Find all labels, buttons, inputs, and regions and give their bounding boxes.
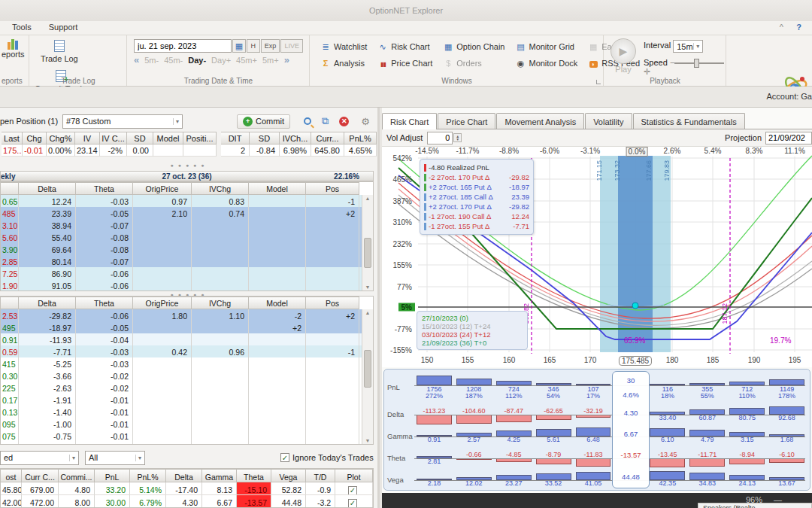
scrollbar[interactable]: ▲▼ xyxy=(362,309,373,444)
trading-date-input[interactable] xyxy=(134,39,232,53)
trade-row[interactable]: 45.80 679.00 4.80 33.20 5.14% -17.40 8.1… xyxy=(1,482,373,495)
position-legend[interactable]: -4.80 Realized PnL -2 27oct. 170 Put Δ -… xyxy=(420,159,534,235)
option-row[interactable]: 095 -1.00 -0.01 xyxy=(1,418,373,430)
option-row[interactable]: 7.25 86.90 -0.06 xyxy=(1,267,373,279)
option-row[interactable]: 0.65 12.24 -0.03 0.97 0.83 -1 xyxy=(1,195,373,207)
tab[interactable]: Movement Analysis xyxy=(496,113,584,129)
window-toggle-button[interactable]: Analysis xyxy=(317,55,371,71)
column-header[interactable]: T/D xyxy=(306,469,335,482)
window-toggle-button[interactable]: Risk Chart xyxy=(374,38,436,55)
option-row[interactable]: 485 23.39 -0.05 2.10 0.74 +2 xyxy=(1,207,373,219)
window-toggle-button[interactable]: Monitor Dock xyxy=(511,55,581,71)
column-header[interactable]: Delta xyxy=(19,297,76,309)
windows-dialog-launcher-icon[interactable] xyxy=(596,80,601,84)
column-header[interactable]: IVChg xyxy=(192,182,249,195)
column-header[interactable]: Theta xyxy=(76,182,133,195)
column-header[interactable]: Commi... xyxy=(59,469,95,482)
window-toggle-button[interactable]: Option Chain xyxy=(439,38,508,55)
date-step-button[interactable]: Day- xyxy=(188,56,206,65)
option-row[interactable]: 225 -2.63 -0.02 xyxy=(1,382,373,394)
option-row[interactable]: 415 -5.25 -0.03 xyxy=(1,357,373,370)
interval-select[interactable]: 15m▾ xyxy=(673,40,703,53)
vol-adjust-spinner[interactable]: ▲▼ xyxy=(453,133,462,142)
window-toggle-button[interactable]: Watchlist xyxy=(317,38,371,55)
column-header[interactable]: Curr C... xyxy=(22,469,59,482)
column-header[interactable]: OrigPrice xyxy=(133,297,192,309)
date-step-button[interactable]: 45m+ xyxy=(236,56,257,65)
date-step-button[interactable]: 45m- xyxy=(164,56,183,65)
column-header[interactable]: Delta xyxy=(19,182,76,195)
option-row[interactable]: 1.90 91.05 -0.06 xyxy=(1,279,373,291)
option-row[interactable]: 2.85 80.14 -0.07 xyxy=(1,255,373,267)
date-step-button[interactable]: 5m+ xyxy=(262,56,279,65)
calendar-icon[interactable]: ▦ xyxy=(232,39,246,53)
window-toggle-button[interactable]: Monitor Grid xyxy=(511,38,581,55)
menu-support[interactable]: Support xyxy=(41,21,86,33)
tab[interactable]: Price Chart xyxy=(438,113,495,129)
history-button[interactable]: H xyxy=(247,39,260,53)
column-header[interactable]: ost xyxy=(1,469,22,482)
vol-adjust-input[interactable] xyxy=(427,132,453,144)
plot-checkbox-cell[interactable]: ✓ xyxy=(335,482,373,494)
splitter-handle[interactable]: ● ● ● ● ● xyxy=(0,163,376,168)
date-step-button[interactable]: Day+ xyxy=(211,56,231,65)
option-row[interactable]: 0.17 -1.91 -0.01 xyxy=(1,394,373,406)
plot-checkbox-cell[interactable]: ✓ xyxy=(335,495,373,507)
option-row[interactable]: 0.30 -3.66 -0.02 xyxy=(1,370,373,382)
option-row[interactable]: 075 -0.75 -0.01 xyxy=(1,430,373,442)
menu-tools[interactable]: Tools xyxy=(5,21,39,33)
option-row[interactable]: 0.13 -1.40 -0.01 xyxy=(1,406,373,418)
option-row[interactable]: 495 -18.97 -0.05 +2 xyxy=(1,321,373,333)
tab[interactable]: Volatility xyxy=(585,113,632,129)
column-header[interactable]: Pos xyxy=(306,182,359,195)
search-icon[interactable] xyxy=(304,117,311,125)
tab[interactable]: Statistics & Fundamentals xyxy=(633,113,745,129)
option-row[interactable]: 0.59 -7.71 -0.03 0.42 0.96 -1 xyxy=(1,345,373,357)
gear-icon[interactable]: ⚙ xyxy=(361,116,370,127)
window-toggle-button[interactable]: Orders xyxy=(439,55,508,71)
scrollbar[interactable]: ▲▼ xyxy=(362,195,373,291)
commit-button[interactable]: +Commit xyxy=(237,114,290,129)
group-filter-select[interactable]: All▾ xyxy=(85,451,145,465)
option-row[interactable]: 5.60 55.40 -0.08 xyxy=(1,231,373,243)
column-header[interactable]: PnL% xyxy=(130,469,166,482)
tab[interactable]: Risk Chart xyxy=(382,113,437,129)
expiry-header-bar[interactable]: ekly 27 oct. 23 (36) 22.16% xyxy=(0,171,374,181)
column-header[interactable]: Model xyxy=(249,182,306,195)
ignore-trades-checkbox[interactable]: ✓Ignore Today's Trades xyxy=(280,453,374,462)
column-header[interactable]: Plot xyxy=(335,469,373,482)
column-header[interactable] xyxy=(1,297,19,309)
speed-slider[interactable] xyxy=(674,62,724,64)
column-header[interactable]: IVChg xyxy=(192,297,249,309)
rewind-icon[interactable]: « xyxy=(134,54,139,65)
column-header[interactable]: Vega xyxy=(271,469,306,482)
window-titlebar[interactable]: OptionNET Explorer xyxy=(0,0,812,21)
option-row[interactable]: 0.91 -11.93 -0.04 xyxy=(1,333,373,345)
trade-row[interactable]: 42.00 472.00 8.00 30.00 6.79% 4.30 6.67 … xyxy=(1,495,373,508)
column-header[interactable] xyxy=(1,182,19,195)
trade-filter-select[interactable]: ed▾ xyxy=(0,451,79,465)
speed-slider-thumb[interactable] xyxy=(694,59,699,68)
option-row[interactable]: 2.53 -29.82 -0.06 1.80 1.10 -2 +2 xyxy=(1,309,373,321)
column-header[interactable]: PnL xyxy=(95,469,130,482)
trade-log-button[interactable]: Trade Log xyxy=(36,38,83,65)
column-header[interactable]: Gamma xyxy=(202,469,237,482)
column-header[interactable]: Theta xyxy=(237,469,271,482)
column-header[interactable]: Pos xyxy=(306,297,359,309)
export-icon[interactable]: ⧉ xyxy=(322,115,329,127)
column-header[interactable]: OrigPrice xyxy=(133,182,192,195)
column-header[interactable]: Delta xyxy=(166,469,202,482)
exp-button[interactable]: Exp xyxy=(261,39,280,53)
dates-legend[interactable]: 27/10/2023 (0)15/10/2023 (12) T+2403/10/… xyxy=(417,311,528,350)
column-header[interactable]: Model xyxy=(249,297,306,309)
position-select[interactable]: #78 Custom▾ xyxy=(62,114,183,129)
play-button[interactable]: ▶ xyxy=(611,38,636,64)
date-step-button[interactable]: 5m- xyxy=(144,56,159,65)
live-button[interactable]: LIVE xyxy=(280,39,303,53)
column-header[interactable]: Theta xyxy=(76,297,133,309)
close-position-icon[interactable]: ✕ xyxy=(339,117,349,126)
forward-icon[interactable]: » xyxy=(284,54,289,65)
help-icon[interactable]: ? xyxy=(796,23,801,32)
window-toggle-button[interactable]: Price Chart xyxy=(374,55,436,71)
option-row[interactable]: 055 -0.54 -0.01 xyxy=(1,442,373,445)
